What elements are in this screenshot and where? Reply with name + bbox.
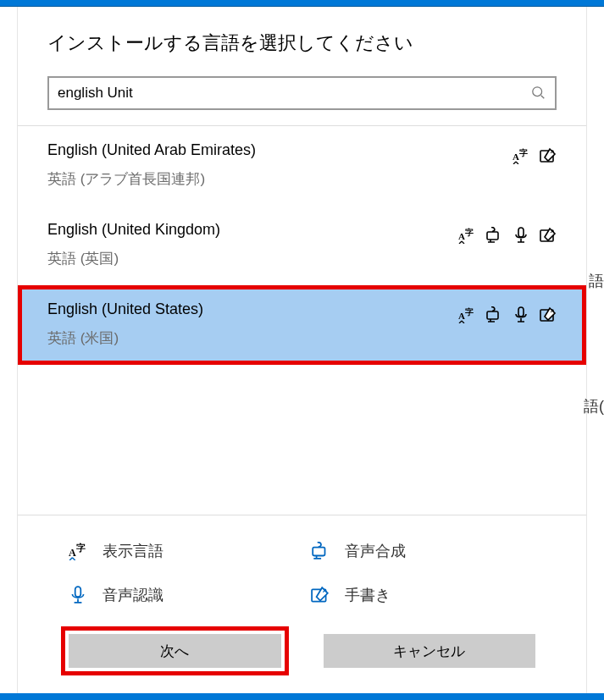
- language-features: [458, 227, 557, 244]
- language-features: [458, 306, 557, 323]
- text-to-speech-icon: [311, 542, 330, 560]
- background-text-fragment: 語(: [584, 396, 604, 416]
- language-name: English (United Arab Emirates): [47, 141, 256, 159]
- language-list: English (United Arab Emirates) 英語 (アラブ首長…: [18, 126, 586, 365]
- feature-legend: 表示言語 音声合成 音声認識 手書き: [18, 515, 586, 622]
- handwriting-icon: [540, 306, 557, 323]
- text-to-speech-icon: [485, 306, 502, 323]
- language-features: [513, 147, 557, 164]
- language-name: English (United Kingdom): [47, 221, 220, 239]
- search-input[interactable]: [58, 85, 531, 102]
- language-item[interactable]: English (United Kingdom) 英語 (英国): [18, 206, 586, 285]
- text-to-speech-icon: [485, 227, 502, 244]
- legend-display-language: 表示言語: [69, 541, 294, 561]
- legend-text-to-speech: 音声合成: [311, 541, 536, 561]
- display-language-icon: [69, 542, 87, 560]
- search-container: [18, 76, 586, 125]
- next-button-highlight: 次へ: [61, 626, 289, 675]
- display-language-icon: [458, 227, 475, 244]
- legend-label: 表示言語: [103, 541, 163, 561]
- language-native-name: 英語 (米国): [47, 328, 557, 348]
- language-install-dialog: インストールする言語を選択してください English (United Arab…: [17, 7, 587, 693]
- legend-label: 音声合成: [345, 541, 406, 561]
- handwriting-icon: [311, 586, 330, 604]
- speech-recognition-icon: [69, 586, 87, 604]
- language-item-selected[interactable]: English (United States) 英語 (米国): [18, 285, 586, 365]
- display-language-icon: [458, 306, 475, 323]
- window-titlebar: [0, 0, 604, 7]
- language-item[interactable]: English (United Arab Emirates) 英語 (アラブ首長…: [18, 126, 586, 206]
- legend-speech-recognition: 音声認識: [69, 585, 294, 605]
- button-row: 次へ キャンセル: [18, 622, 586, 693]
- legend-handwriting: 手書き: [311, 585, 536, 605]
- language-name: English (United States): [47, 300, 203, 318]
- speech-recognition-icon: [513, 306, 529, 323]
- handwriting-icon: [540, 147, 557, 164]
- cancel-button[interactable]: キャンセル: [324, 634, 536, 668]
- search-box[interactable]: [47, 76, 557, 110]
- speech-recognition-icon: [513, 227, 529, 244]
- legend-label: 手書き: [345, 585, 391, 605]
- display-language-icon: [513, 147, 529, 164]
- window-bottombar: [0, 693, 604, 700]
- legend-label: 音声認識: [103, 585, 163, 605]
- language-native-name: 英語 (アラブ首長国連邦): [47, 169, 557, 189]
- dialog-title: インストールする言語を選択してください: [18, 7, 586, 76]
- handwriting-icon: [540, 227, 557, 244]
- search-icon: [531, 85, 546, 101]
- background-text-fragment: 語: [589, 271, 604, 291]
- next-button[interactable]: 次へ: [69, 634, 281, 668]
- language-native-name: 英語 (英国): [47, 249, 557, 268]
